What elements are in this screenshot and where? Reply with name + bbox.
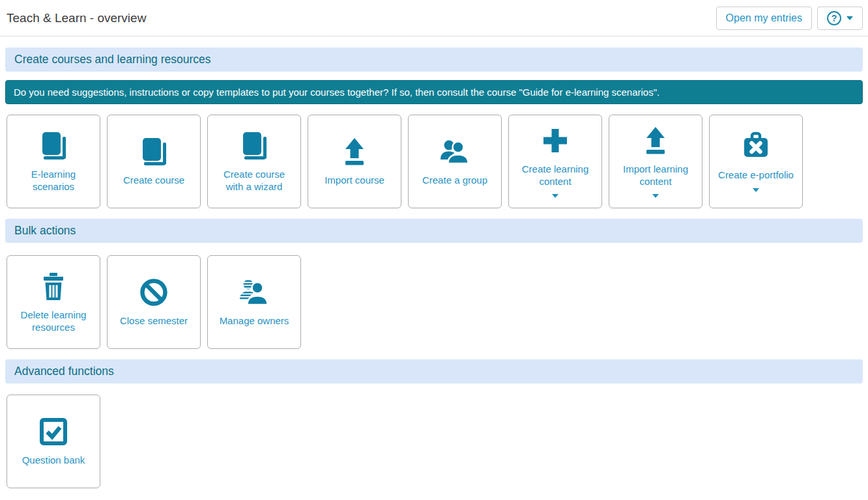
card-create-learning-content[interactable]: Create learning content	[508, 115, 602, 208]
trash-icon	[38, 271, 68, 302]
section-header-bulk-actions: Bulk actions	[5, 219, 863, 243]
card-label: Close semester	[120, 314, 188, 327]
open-my-entries-button[interactable]: Open my entries	[716, 7, 812, 30]
card-create-a-group[interactable]: Create a group	[408, 115, 502, 208]
plus-icon	[540, 125, 570, 156]
card-close-semester[interactable]: Close semester	[107, 255, 201, 349]
info-banner-text: Do you need suggestions, instructions or…	[14, 87, 659, 98]
card-label: E-learning scenarios	[16, 168, 91, 193]
teach-and-learn-overview-page: Teach & Learn - overview Open my entries…	[0, 0, 868, 500]
question-circle-icon: ?	[827, 11, 841, 25]
bulk-actions-card-row: Delete learning resources Close semester	[5, 255, 863, 349]
book-icon	[38, 130, 68, 161]
card-create-course[interactable]: Create course	[107, 115, 201, 208]
card-label: Create course	[123, 174, 184, 186]
book-icon	[239, 130, 269, 161]
upload-icon	[340, 136, 369, 167]
help-menu-button[interactable]: ?	[817, 7, 863, 30]
card-label: Manage owners	[220, 314, 289, 327]
header-actions: Open my entries ?	[716, 7, 863, 30]
open-my-entries-label: Open my entries	[726, 12, 802, 24]
card-label: Delete learning resources	[16, 309, 91, 333]
caret-down-icon	[552, 194, 558, 198]
portfolio-case-icon	[741, 131, 771, 162]
page-title: Teach & Learn - overview	[7, 11, 146, 25]
card-label: Import learning content	[618, 163, 693, 188]
caret-down-icon	[846, 16, 853, 20]
card-label: Create a group	[422, 174, 487, 186]
manage-owners-icon	[239, 277, 270, 308]
section-title: Advanced functions	[14, 365, 114, 378]
card-label: Question bank	[22, 454, 85, 466]
advanced-functions-card-row: Question bank	[5, 395, 863, 488]
card-manage-owners[interactable]: Manage owners	[207, 255, 301, 349]
card-e-learning-scenarios[interactable]: E-learning scenarios	[7, 115, 100, 208]
main-content: Create courses and learning resources Do…	[0, 48, 868, 488]
upload-icon	[641, 125, 671, 156]
section-title: Bulk actions	[14, 224, 76, 238]
page-header: Teach & Learn - overview Open my entries…	[0, 0, 868, 36]
check-square-icon	[38, 416, 68, 447]
section-title: Create courses and learning resources	[14, 53, 211, 66]
card-label: Create course with a wizard	[216, 168, 292, 193]
book-icon	[139, 136, 169, 167]
info-banner: Do you need suggestions, instructions or…	[5, 80, 863, 104]
card-label: Import course	[325, 174, 384, 186]
card-delete-learning-resources[interactable]: Delete learning resources	[7, 255, 100, 349]
card-label: Create learning content	[517, 163, 593, 188]
card-create-e-portfolio[interactable]: Create e-portfolio	[709, 115, 803, 208]
card-question-bank[interactable]: Question bank	[7, 395, 100, 488]
section-header-create-courses: Create courses and learning resources	[5, 48, 863, 72]
card-label: Create e-portfolio	[718, 169, 794, 181]
card-import-learning-content[interactable]: Import learning content	[609, 115, 702, 208]
caret-down-icon	[652, 194, 659, 198]
card-import-course[interactable]: Import course	[308, 115, 401, 208]
caret-down-icon	[753, 188, 759, 192]
users-icon	[439, 136, 471, 167]
ban-icon	[139, 277, 169, 308]
card-create-course-with-wizard[interactable]: Create course with a wizard	[207, 115, 301, 208]
create-resources-card-row: E-learning scenarios Create course	[5, 115, 863, 208]
section-header-advanced-functions: Advanced functions	[5, 359, 863, 383]
